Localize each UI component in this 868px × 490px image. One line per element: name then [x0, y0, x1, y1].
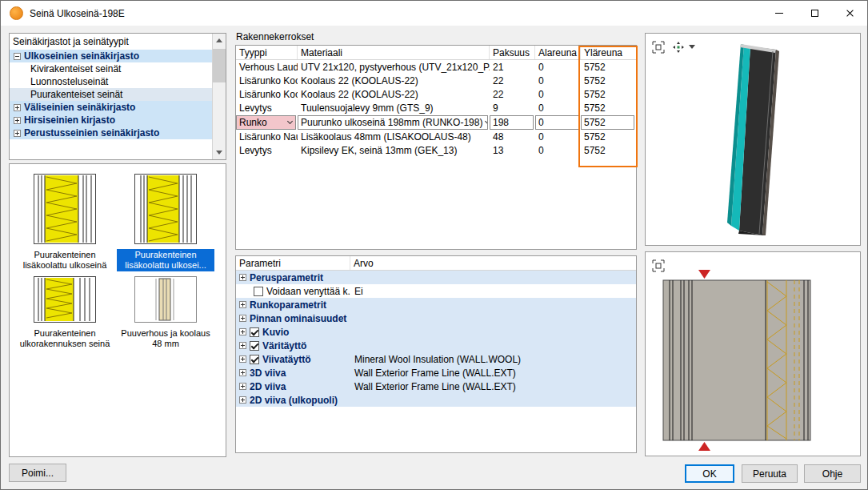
scroll-down-icon[interactable] — [213, 146, 226, 159]
param-row-voidaan-venyttaa[interactable]: Voidaan venyttää k... Ei — [236, 284, 636, 298]
scrollbar-thumb[interactable] — [213, 49, 226, 82]
zoom-extents-icon[interactable] — [650, 38, 667, 56]
param-row-runkoparametrit[interactable]: Runkoparametrit — [236, 298, 636, 311]
wall-type-thumbnail[interactable]: Puurakenteinen ulkorakennuksen seinä — [16, 276, 114, 350]
expand-icon[interactable] — [239, 342, 246, 349]
tree-item-label: Kivirakenteiset seinät — [30, 63, 121, 74]
tree-header: Seinäkirjastot ja seinätyypit — [10, 35, 212, 50]
wall-type-label: Puurakenteinen lisäkoolattu ulkosei... — [117, 249, 214, 271]
checkbox-checked-icon[interactable] — [250, 327, 259, 337]
column-header-paksuus[interactable]: Paksuus — [490, 46, 535, 59]
param-value: Wall Exterior Frame Line (WALL.EXT) — [350, 381, 636, 392]
column-header-alareuna[interactable]: Alareuna — [535, 46, 581, 59]
dropdown-chevron-icon[interactable] — [689, 45, 695, 49]
layer-top-edge: 5752 — [581, 89, 636, 100]
column-header-arvo[interactable]: Arvo — [350, 256, 636, 270]
tree-item-label: Ulkoseinien seinäkirjasto — [24, 50, 139, 62]
param-row-kuvio[interactable]: Kuvio — [236, 325, 636, 339]
parameters-table: Parametri Arvo Perusparametrit Voidaan v… — [235, 255, 637, 453]
pick-button[interactable]: Poimi... — [9, 464, 66, 482]
expand-icon[interactable] — [239, 315, 246, 322]
layer-thickness: 48 — [490, 131, 535, 143]
layer-row[interactable]: Levytys Kipsilevy EK, seinä 13mm (GEK_13… — [236, 143, 636, 157]
tree-item-ulkoseinien-seinakirjasto[interactable]: Ulkoseinien seinäkirjasto — [10, 50, 212, 62]
expand-icon[interactable] — [239, 355, 246, 363]
layer-row[interactable]: Lisärunko Naula... Lisäkoolaus 48mm (LIS… — [236, 130, 636, 143]
wall-section-thumbnail-image — [34, 174, 96, 244]
expand-icon[interactable] — [14, 104, 21, 111]
param-row-3d-viiva[interactable]: 3D viiva Wall Exterior Frame Line (WALL.… — [236, 366, 636, 380]
wall-type-thumbnail[interactable]: Puuverhous ja koolaus 48 mm — [117, 276, 214, 350]
tree-item-kivirakenteiset-seinat[interactable]: Kivirakenteiset seinät — [10, 62, 212, 75]
expand-icon[interactable] — [239, 396, 246, 404]
param-value: Mineral Wool Insulation (WALL.WOOL) — [350, 354, 636, 365]
layer-type: Lisärunko Naula... — [236, 131, 298, 143]
layer-row[interactable]: Lisärunko Koola... Koolaus 22 (KOOLAUS-2… — [236, 74, 636, 87]
param-row-viivataytto[interactable]: Viivatäyttö Mineral Wool Insulation (WAL… — [236, 352, 636, 366]
checkbox-checked-icon[interactable] — [250, 355, 259, 364]
layer-thickness: 22 — [490, 89, 535, 100]
zoom-extents-icon[interactable] — [650, 257, 667, 275]
layer-thickness: 13 — [490, 145, 535, 156]
tree-item-hirsiseinien-kirjasto[interactable]: Hirsiseinien kirjasto — [10, 114, 212, 127]
tree-item-perustusseinien-seinakirjasto[interactable]: Perustusseinien seinäkirjasto — [10, 127, 212, 139]
titlebar: Seinä Ulkoseinä-198E — [1, 1, 867, 26]
expand-icon[interactable] — [239, 274, 246, 281]
param-row-perusparametrit[interactable]: Perusparametrit — [236, 271, 636, 284]
scroll-up-icon[interactable] — [213, 34, 226, 47]
expand-icon[interactable] — [14, 130, 21, 137]
expand-icon[interactable] — [239, 328, 246, 335]
column-header-tyyppi[interactable]: Tyyppi — [236, 46, 298, 59]
param-row-2d-viiva-ulkopuoli[interactable]: 2D viiva (ulkopuoli) — [236, 393, 636, 407]
wall-section-thumbnail-image — [134, 174, 197, 244]
layer-thickness: 22 — [490, 75, 535, 86]
expand-icon[interactable] — [14, 117, 21, 124]
window-controls — [762, 1, 867, 26]
wall-type-thumbnail-selected[interactable]: Puurakenteinen lisäkoolattu ulkosei... — [117, 174, 214, 271]
tree-item-puurakenteiset-seinat[interactable]: Puurakenteiset seinät — [10, 88, 212, 101]
thickness-input[interactable] — [490, 115, 534, 130]
pan-icon[interactable] — [670, 38, 687, 56]
wall-section-view[interactable] — [646, 252, 860, 456]
layer-material: Koolaus 22 (KOOLAUS-22) — [298, 89, 490, 100]
bottom-edge-input[interactable] — [535, 115, 579, 130]
param-row-2d-viiva[interactable]: 2D viiva Wall Exterior Frame Line (WALL.… — [236, 380, 636, 393]
layer-row[interactable]: Verhous Laudoit... UTV 21x120, pystyverh… — [236, 60, 636, 74]
layer-type-dropdown[interactable]: Runko — [236, 115, 296, 130]
expand-icon[interactable] — [239, 369, 246, 376]
maximize-button[interactable] — [797, 1, 832, 26]
top-edge-input[interactable] — [581, 115, 634, 130]
param-label: 2D viiva — [250, 381, 286, 392]
tree-item-luonnosteluseinat[interactable]: Luonnosteluseinät — [10, 75, 212, 88]
layer-top-edge: 5752 — [581, 131, 636, 143]
checkbox-unchecked-icon[interactable] — [254, 287, 263, 296]
param-label: Perusparametrit — [250, 272, 323, 283]
help-button[interactable]: Ohje — [804, 464, 861, 483]
collapse-icon[interactable] — [14, 53, 21, 60]
tree-item-valiseinien-seinakirjasto[interactable]: Väliseinien seinäkirjasto — [10, 101, 212, 114]
scrollbar-track[interactable] — [213, 47, 226, 146]
wall-section-thumbnail-image — [134, 276, 197, 323]
layer-material: Lisäkoolaus 48mm (LISAKOOLAUS-48) — [298, 131, 490, 143]
close-button[interactable] — [832, 1, 867, 26]
wall-type-thumbnail[interactable]: Puurakenteinen lisäkoolattu ulkoseinä — [16, 174, 114, 271]
column-header-ylareuna[interactable]: Yläreuna — [581, 46, 636, 59]
layer-row[interactable]: Levytys Tuulensuojalevy 9mm (GTS_9) 9 0 … — [236, 101, 636, 114]
minimize-button[interactable] — [762, 1, 797, 26]
param-row-varitaytto[interactable]: Väritäyttö — [236, 339, 636, 352]
param-row-pinnan-ominaisuudet[interactable]: Pinnan ominaisuudet — [236, 311, 636, 325]
material-dropdown[interactable]: Puurunko ulkoseinä 198mm (RUNKO-198) — [298, 115, 488, 130]
layer-row[interactable]: Lisärunko Koola... Koolaus 22 (KOOLAUS-2… — [236, 87, 636, 101]
layers-section-title: Rakennekerrokset — [236, 31, 314, 42]
tree-scrollbar[interactable] — [212, 34, 226, 159]
wall-3d-view[interactable] — [646, 34, 860, 245]
cancel-button[interactable]: Peruuta — [742, 464, 798, 483]
layer-type-dropdown-value: Runko — [239, 117, 267, 128]
layer-bottom-edge: 0 — [535, 62, 581, 73]
ok-button[interactable]: OK — [685, 464, 734, 483]
expand-icon[interactable] — [239, 301, 246, 308]
column-header-parametri[interactable]: Parametri — [236, 256, 350, 270]
expand-icon[interactable] — [239, 383, 246, 390]
checkbox-checked-icon[interactable] — [250, 341, 259, 351]
column-header-materiaali[interactable]: Materiaali — [298, 46, 490, 59]
